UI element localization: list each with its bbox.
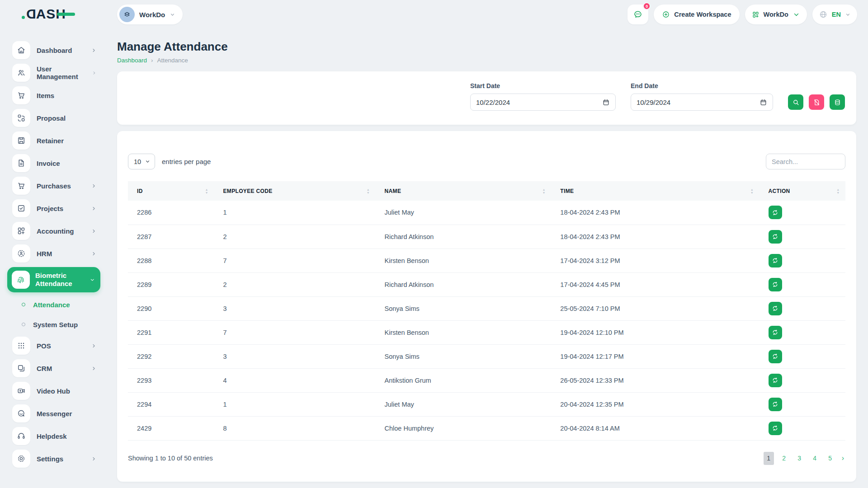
cell-name: Chloe Humphrey (376, 416, 552, 440)
breadcrumb-dashboard-link[interactable]: Dashboard (117, 57, 147, 64)
cell-name: Juliet May (376, 201, 552, 225)
cell-id: 2292 (128, 344, 214, 368)
chevron-down-icon (793, 11, 800, 19)
language-selector[interactable]: EN (812, 5, 857, 24)
next-page-button[interactable]: › (840, 454, 845, 462)
sync-attendance-button[interactable] (769, 230, 782, 244)
page-size-select[interactable]: 10 (128, 154, 155, 169)
cell-time: 18-04-2024 2:43 PM (551, 225, 759, 249)
breadcrumb-current: Attendance (157, 57, 188, 64)
sidebar-item[interactable]: CRM (0, 357, 105, 380)
start-date-value: 10/22/2024 (476, 99, 510, 106)
page-number[interactable]: 4 (810, 452, 820, 465)
messenger-icon (17, 409, 26, 418)
cell-name: Richard Atkinson (376, 272, 552, 296)
sync-icon (772, 377, 778, 384)
video-icon (17, 386, 26, 395)
sidebar-subitem[interactable]: System Setup (0, 314, 105, 334)
sidebar-item[interactable]: Invoice (0, 152, 105, 174)
sidebar-item-label: Dashboard (37, 47, 72, 54)
page-number[interactable]: 5 (825, 452, 835, 465)
cell-time: 17-04-2024 4:45 PM (551, 272, 759, 296)
sidebar-item-label: Video Hub (37, 387, 70, 395)
cell-id: 2287 (128, 225, 214, 249)
retainer-icon (17, 136, 26, 145)
sidebar-item[interactable]: Purchases (0, 174, 105, 197)
brand-logo[interactable]: DASH (26, 6, 66, 22)
cell-name: Sonya Sims (376, 296, 552, 320)
sidebar-item-label: Invoice (37, 160, 60, 167)
column-header[interactable]: NAME ▴▾ (376, 181, 552, 201)
helpdesk-icon (17, 432, 26, 441)
sync-attendance-button[interactable] (769, 302, 782, 315)
calendar-icon[interactable] (602, 99, 610, 106)
sync-attendance-button[interactable] (769, 254, 782, 267)
sidebar-item-label: POS (37, 342, 51, 350)
sync-attendance-button[interactable] (769, 350, 782, 363)
apply-filter-button[interactable] (788, 94, 803, 110)
settings-icon (17, 454, 26, 463)
sidebar-item[interactable]: Retainer (0, 129, 105, 152)
create-workspace-button[interactable]: Create Workspace (654, 5, 739, 24)
sync-attendance-button[interactable] (769, 374, 782, 387)
logo-letters-as: AS (36, 6, 56, 22)
showing-entries-text: Showing 1 to 10 of 50 entries (128, 455, 213, 462)
messages-button[interactable]: 0 (627, 5, 648, 24)
chevron-right-icon (91, 47, 97, 53)
column-header[interactable]: EMPLOYEE CODE ▴▾ (214, 181, 375, 201)
chevron-right-icon (91, 456, 97, 462)
plus-circle-icon (662, 10, 670, 19)
sidebar-item[interactable]: Video Hub (0, 380, 105, 402)
sidebar-item[interactable]: Settings (0, 447, 105, 470)
sidebar-item-label: Items (37, 92, 54, 99)
cell-id: 2293 (128, 368, 214, 392)
column-header[interactable]: ID ▴▾ (128, 181, 214, 201)
calendar-icon[interactable] (760, 99, 767, 106)
breadcrumb-separator: › (151, 57, 153, 64)
search-input[interactable] (766, 154, 845, 169)
sidebar-item[interactable]: Items (0, 84, 105, 107)
topbar: DASH WorkDo 0 Create Workspace WorkDo EN (0, 0, 868, 29)
sidebar-item[interactable]: User Management (0, 61, 105, 84)
page-number[interactable]: 2 (779, 452, 789, 465)
sync-attendance-button[interactable] (769, 206, 782, 219)
column-header[interactable]: TIME ▴▾ (551, 181, 759, 201)
sidebar-item[interactable]: Accounting (0, 220, 105, 242)
cell-time: 18-04-2024 2:43 PM (551, 201, 759, 225)
end-date-input[interactable]: 10/29/2024 (631, 94, 773, 111)
sync-attendance-button[interactable] (769, 326, 782, 339)
cell-time: 26-05-2024 12:33 PM (551, 368, 759, 392)
sort-icon: ▴▾ (837, 188, 839, 194)
pos-icon (17, 341, 26, 350)
sidebar-item[interactable]: Dashboard (0, 39, 105, 61)
workspace-switcher[interactable]: WorkDo (117, 5, 183, 24)
cell-employee-code: 2 (214, 272, 375, 296)
export-button[interactable] (830, 94, 845, 110)
sidebar-item[interactable]: POS (0, 334, 105, 357)
sidebar-item[interactable]: Projects (0, 197, 105, 220)
cell-id: 2291 (128, 320, 214, 344)
start-date-input[interactable]: 10/22/2024 (470, 94, 616, 111)
sidebar: Dashboard User Management Items Proposal… (0, 29, 105, 488)
notification-badge: 0 (643, 2, 651, 10)
purchases-cart-icon (17, 181, 26, 190)
sidebar-item[interactable]: HRM (0, 242, 105, 265)
sidebar-item[interactable]: Proposal (0, 107, 105, 129)
app-menu-button[interactable]: WorkDo (745, 5, 807, 24)
sync-attendance-button[interactable] (769, 398, 782, 411)
cell-name: Juliet May (376, 392, 552, 416)
cell-id: 2286 (128, 201, 214, 225)
reset-filter-button[interactable] (809, 94, 824, 110)
sync-attendance-button[interactable] (769, 278, 782, 291)
sidebar-subitem[interactable]: Attendance (0, 295, 105, 314)
sidebar-item[interactable]: Helpdesk (0, 425, 105, 447)
chevron-right-icon (91, 251, 97, 257)
sort-icon: ▴▾ (751, 188, 753, 194)
sync-attendance-button[interactable] (769, 422, 782, 435)
column-header[interactable]: ACTION ▴▾ (760, 181, 845, 201)
sidebar-item-biometric-attendance[interactable]: Biometric Attendance (7, 267, 100, 292)
page-number[interactable]: 3 (794, 452, 805, 465)
page-number[interactable]: 1 (764, 452, 774, 465)
table-row: 2292 3 Sonya Sims 19-04-2024 12:17 PM (128, 344, 845, 368)
sidebar-item[interactable]: Messenger (0, 402, 105, 425)
